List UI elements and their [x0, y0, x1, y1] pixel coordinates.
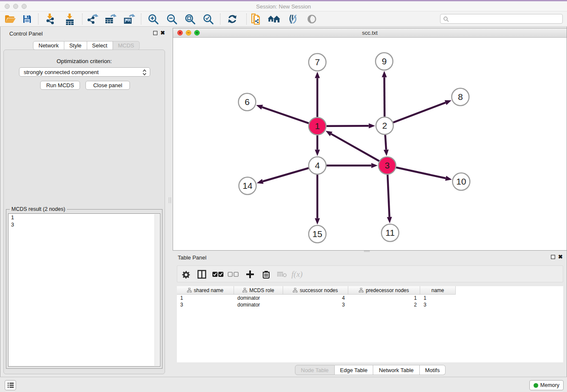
close-panel-icon[interactable]: ✖ [160, 30, 165, 36]
edge-2-8[interactable] [393, 102, 446, 122]
result-scrollbar[interactable] [154, 214, 160, 366]
node-label: 2 [382, 121, 387, 130]
gear-icon[interactable] [179, 268, 192, 281]
control-panel-header: Control Panel ✖ [0, 28, 168, 39]
column-tree-icon [293, 288, 297, 293]
table-cell[interactable]: 1 [420, 295, 456, 301]
mcds-result-title: MCDS result (2 nodes) [10, 206, 67, 212]
column-tree-icon [359, 288, 363, 293]
hide-panel-icon[interactable] [286, 13, 300, 25]
mcds-result-list[interactable]: 13 [8, 213, 160, 367]
edge-arrow [372, 163, 378, 168]
edge-arrow [315, 150, 320, 156]
optimization-select[interactable]: strongly connected component [19, 67, 150, 77]
table-cell[interactable]: 2 [348, 301, 420, 308]
zoom-selected-icon[interactable] [201, 13, 215, 25]
export-image-icon[interactable] [122, 13, 136, 25]
columns-icon[interactable] [195, 268, 208, 281]
column-header-shared-name[interactable]: shared name [177, 286, 234, 295]
node-label: 8 [458, 92, 463, 102]
function-icon[interactable]: f(x) [291, 268, 303, 281]
table-row[interactable]: 1dominator411 [177, 295, 456, 301]
export-table-icon[interactable] [104, 13, 117, 25]
tab-node-table[interactable]: Node Table [295, 365, 335, 375]
edge-arrow [384, 149, 389, 156]
zoom-out-icon[interactable] [165, 13, 179, 25]
edge-2-9[interactable] [384, 77, 385, 116]
network-window-title: scc.txt [173, 30, 567, 36]
column-header-MCDS-role[interactable]: MCDS role [234, 286, 283, 295]
tab-network[interactable]: Network [33, 41, 64, 50]
result-line: 3 [8, 221, 160, 228]
save-session-icon[interactable] [20, 13, 34, 25]
edge-1-2[interactable] [326, 126, 369, 126]
refresh-icon[interactable] [226, 13, 239, 25]
delete-row-icon[interactable] [260, 268, 272, 281]
task-history-button[interactable] [5, 380, 16, 390]
tab-motifs[interactable]: Motifs [420, 365, 446, 375]
eye-icon[interactable] [305, 13, 319, 25]
mcds-result-group: MCDS result (2 nodes) 13 [6, 209, 162, 369]
tab-edge-table[interactable]: Edge Table [335, 365, 374, 375]
run-mcds-button[interactable]: Run MCDS [40, 81, 80, 90]
select-all-icon[interactable] [212, 268, 224, 281]
edge-3-10[interactable] [396, 168, 446, 178]
edge-arrow [445, 100, 451, 105]
edge-4-14[interactable] [263, 168, 308, 182]
table-cell[interactable]: 1 [177, 295, 234, 301]
column-header-name[interactable]: name [420, 286, 456, 295]
optimization-select-value: strongly connected component [24, 69, 99, 75]
network-window: scc.txt 7968124314101511 [173, 28, 567, 251]
network-canvas[interactable]: 7968124314101511 [173, 38, 567, 250]
zoom-fit-icon[interactable] [183, 13, 197, 25]
window-titlebar: Session: New Session [0, 1, 567, 11]
float-panel-icon[interactable] [153, 31, 157, 35]
table-cell[interactable]: 3 [177, 301, 234, 308]
column-header-successor-nodes[interactable]: successor nodes [283, 286, 348, 295]
column-header-predecessor-nodes[interactable]: predecessor nodes [348, 286, 420, 295]
table-cell[interactable]: 3 [283, 301, 348, 308]
close-panel-button[interactable]: Close panel [85, 81, 130, 90]
close-table-panel-icon[interactable]: ✖ [558, 254, 563, 260]
tab-network-table[interactable]: Network Table [373, 365, 419, 375]
edge-3-1[interactable] [331, 134, 380, 161]
copy-network-icon[interactable] [249, 13, 263, 25]
edge-arrow [315, 72, 320, 78]
deselect-all-icon[interactable] [227, 268, 239, 281]
edge-2-3[interactable] [385, 135, 386, 149]
search-input[interactable] [440, 14, 563, 24]
add-row-icon[interactable] [244, 268, 256, 281]
memory-status-dot [534, 383, 538, 388]
edge-1-6[interactable] [262, 107, 308, 123]
zoom-in-icon[interactable] [146, 13, 160, 25]
select-stepper-icon [142, 69, 147, 76]
edge-arrow [257, 179, 264, 184]
tab-mcds[interactable]: MCDS [113, 41, 140, 50]
column-header-label: MCDS role [249, 287, 274, 293]
open-file-icon[interactable] [3, 13, 17, 25]
tab-select[interactable]: Select [87, 41, 113, 50]
import-table-icon[interactable] [63, 13, 77, 25]
table-cell[interactable]: 4 [283, 295, 348, 301]
table-row[interactable]: 3dominator323 [177, 301, 456, 308]
float-table-panel-icon[interactable] [551, 255, 555, 259]
export-network-icon[interactable] [85, 13, 99, 25]
table-cell[interactable]: 1 [348, 295, 420, 301]
window-title: Session: New Session [0, 3, 567, 10]
edge-arrow [387, 217, 392, 223]
status-bar: Memory [0, 377, 567, 392]
tab-style[interactable]: Style [64, 41, 87, 50]
vertical-splitter[interactable] [169, 197, 171, 203]
table-cell[interactable]: 3 [420, 301, 456, 308]
import-network-icon[interactable] [43, 13, 57, 25]
edge-3-11[interactable] [388, 174, 389, 217]
home-icon[interactable] [267, 13, 281, 25]
table-cell[interactable]: dominator [234, 295, 283, 301]
node-label: 9 [382, 56, 387, 66]
table-tabs: Node TableEdge TableNetwork TableMotifs [295, 365, 446, 375]
memory-button[interactable]: Memory [529, 380, 564, 390]
main-toolbar [0, 11, 567, 27]
delete-table-icon[interactable] [275, 268, 288, 281]
node-label: 7 [315, 57, 320, 67]
table-cell[interactable]: dominator [234, 301, 283, 308]
